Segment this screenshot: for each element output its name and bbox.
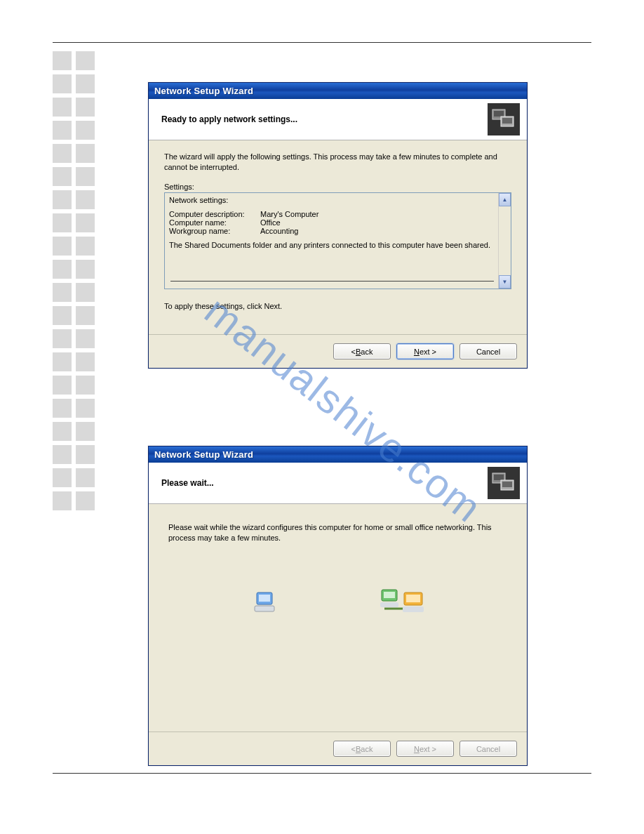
wizard-header: Please wait... [149,463,527,504]
decorative-squares-column [53,51,96,510]
svg-rect-16 [403,607,424,612]
network-setup-wizard-dialog-wait: Network Setup Wizard Please wait... Plea… [148,446,528,766]
setting-label: Workgroup name: [169,227,260,235]
intro-text: The wizard will apply the following sett… [164,152,511,173]
settings-label: Settings: [164,183,511,191]
svg-rect-13 [380,602,398,607]
setting-value: Mary's Computer [260,210,318,218]
wizard-button-row: < Back Next > Cancel [149,732,527,765]
setting-value: Office [260,218,281,227]
please-wait-text: Please wait while the wizard configures … [168,522,507,543]
wizard-button-row: < Back Next > Cancel [149,334,527,368]
cancel-button[interactable]: Cancel [459,343,517,359]
setting-value: Accounting [260,227,298,235]
setting-label: Computer description: [169,210,260,218]
cancel-button: Cancel [459,741,517,757]
scrollbar[interactable]: ▲ ▼ [498,193,511,289]
network-computers-icon [380,585,425,621]
next-button[interactable]: Next > [396,343,454,359]
svg-rect-3 [502,118,512,124]
wizard-heading: Ready to apply network settings... [161,114,488,124]
settings-listbox[interactable]: Network settings: Computer description: … [164,192,511,289]
shared-documents-text: The Shared Documents folder and any prin… [169,241,497,249]
network-computers-icon [488,103,520,135]
page-top-rule [53,42,591,43]
window-titlebar[interactable]: Network Setup Wizard [149,446,527,463]
setting-row: Computer description: Mary's Computer [169,210,497,218]
svg-rect-10 [255,606,274,611]
wizard-body: The wizard will apply the following sett… [149,140,527,334]
svg-rect-9 [259,595,270,602]
svg-rect-15 [406,595,420,602]
svg-rect-1 [494,111,504,117]
window-titlebar[interactable]: Network Setup Wizard [149,83,527,99]
settings-separator [170,281,494,282]
apply-hint-text: To apply these settings, click Next. [164,302,511,310]
scroll-down-button[interactable]: ▼ [499,275,511,289]
network-setup-wizard-dialog-ready: Network Setup Wizard Ready to apply netw… [148,82,528,369]
svg-rect-12 [384,592,395,598]
back-button[interactable]: < Back [333,343,391,359]
settings-box-heading: Network settings: [169,196,497,204]
wizard-header: Ready to apply network settings... [149,99,527,140]
progress-animation [164,585,511,621]
setting-label: Computer name: [169,218,260,227]
page-bottom-rule [53,773,591,774]
setting-row: Workgroup name: Accounting [169,227,497,235]
wizard-heading: Please wait... [161,478,488,488]
setting-row: Computer name: Office [169,218,497,227]
wizard-body: Please wait while the wizard configures … [149,504,527,732]
back-button: < Back [333,741,391,757]
svg-rect-7 [502,482,512,487]
single-computer-icon [250,588,279,618]
network-computers-icon [488,467,520,499]
next-button: Next > [396,741,454,757]
svg-rect-5 [494,475,504,480]
scroll-up-button[interactable]: ▲ [499,193,511,206]
